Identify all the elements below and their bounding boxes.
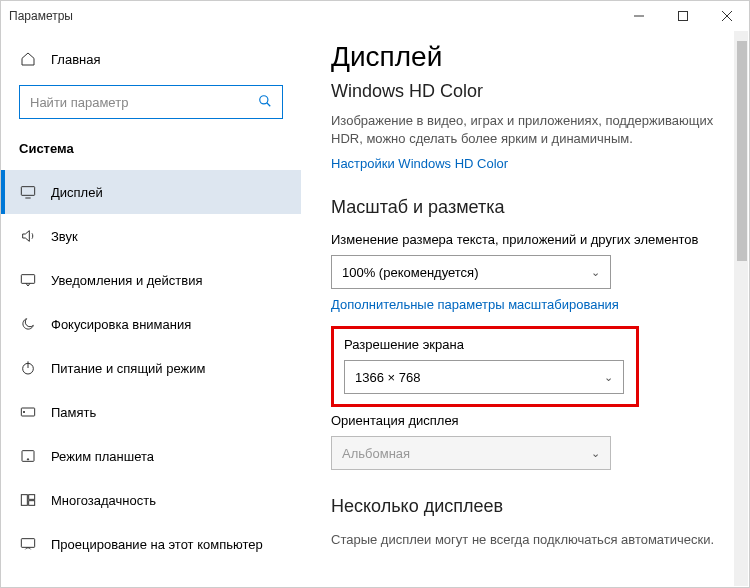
content-area: Дисплей Windows HD Color Изображение в в… xyxy=(301,31,749,587)
sidebar-item-storage[interactable]: Память xyxy=(1,390,301,434)
advanced-scale-link[interactable]: Дополнительные параметры масштабирования xyxy=(331,297,719,312)
minimize-button[interactable] xyxy=(617,1,661,31)
home-label: Главная xyxy=(51,52,100,67)
sidebar-item-sound[interactable]: Звук xyxy=(1,214,301,258)
sound-icon xyxy=(19,228,37,244)
sidebar-item-label: Режим планшета xyxy=(51,449,154,464)
titlebar: Параметры xyxy=(1,1,749,31)
sidebar-item-focus[interactable]: Фокусировка внимания xyxy=(1,302,301,346)
hd-color-desc: Изображение в видео, играх и приложениях… xyxy=(331,112,719,148)
notifications-icon xyxy=(19,273,37,287)
sidebar-item-label: Проецирование на этот компьютер xyxy=(51,537,263,552)
close-button[interactable] xyxy=(705,1,749,31)
sidebar: Главная Система Дисплей Звук xyxy=(1,31,301,587)
svg-rect-17 xyxy=(29,501,35,506)
focus-icon xyxy=(19,316,37,332)
sidebar-item-label: Память xyxy=(51,405,96,420)
chevron-down-icon: ⌄ xyxy=(604,371,613,384)
page-title: Дисплей xyxy=(331,41,719,73)
display-icon xyxy=(19,185,37,199)
home-icon xyxy=(19,51,37,67)
sidebar-item-label: Фокусировка внимания xyxy=(51,317,191,332)
sidebar-item-label: Многозадачность xyxy=(51,493,156,508)
home-nav[interactable]: Главная xyxy=(1,39,301,79)
sidebar-item-label: Звук xyxy=(51,229,78,244)
storage-icon xyxy=(19,406,37,418)
sidebar-item-notifications[interactable]: Уведомления и действия xyxy=(1,258,301,302)
tablet-icon xyxy=(19,449,37,463)
sidebar-item-label: Уведомления и действия xyxy=(51,273,203,288)
chevron-down-icon: ⌄ xyxy=(591,266,600,279)
search-input[interactable] xyxy=(30,95,258,110)
sidebar-item-label: Питание и спящий режим xyxy=(51,361,205,376)
sidebar-item-label: Дисплей xyxy=(51,185,103,200)
resolution-label: Разрешение экрана xyxy=(344,337,626,352)
sidebar-item-projecting[interactable]: Проецирование на этот компьютер xyxy=(1,522,301,566)
hd-color-heading: Windows HD Color xyxy=(331,81,719,102)
sidebar-item-display[interactable]: Дисплей xyxy=(1,170,301,214)
text-size-value: 100% (рекомендуется) xyxy=(342,265,478,280)
scale-heading: Масштаб и разметка xyxy=(331,197,719,218)
power-icon xyxy=(19,360,37,376)
window-title: Параметры xyxy=(9,9,617,23)
resolution-select[interactable]: 1366 × 768 ⌄ xyxy=(344,360,624,394)
scrollbar-thumb[interactable] xyxy=(737,41,747,261)
multi-display-desc: Старые дисплеи могут не всегда подключат… xyxy=(331,531,719,549)
svg-point-14 xyxy=(27,459,28,460)
svg-line-5 xyxy=(267,102,271,106)
sidebar-section-title: Система xyxy=(1,131,301,164)
svg-rect-16 xyxy=(29,495,35,500)
svg-rect-1 xyxy=(679,12,688,21)
sidebar-item-multitask[interactable]: Многозадачность xyxy=(1,478,301,522)
svg-point-12 xyxy=(23,411,24,412)
multi-display-heading: Несколько дисплеев xyxy=(331,496,719,517)
resolution-value: 1366 × 768 xyxy=(355,370,420,385)
resolution-highlight: Разрешение экрана 1366 × 768 ⌄ xyxy=(331,326,639,407)
orientation-label: Ориентация дисплея xyxy=(331,413,719,428)
svg-rect-8 xyxy=(21,275,34,284)
orientation-value: Альбомная xyxy=(342,446,410,461)
text-size-select[interactable]: 100% (рекомендуется) ⌄ xyxy=(331,255,611,289)
hd-color-link[interactable]: Настройки Windows HD Color xyxy=(331,156,719,171)
svg-rect-18 xyxy=(21,539,34,548)
sidebar-item-power[interactable]: Питание и спящий режим xyxy=(1,346,301,390)
search-box[interactable] xyxy=(19,85,283,119)
svg-rect-15 xyxy=(21,495,27,506)
maximize-button[interactable] xyxy=(661,1,705,31)
text-size-label: Изменение размера текста, приложений и д… xyxy=(331,232,719,247)
projecting-icon xyxy=(19,537,37,551)
svg-point-4 xyxy=(260,95,268,103)
orientation-select: Альбомная ⌄ xyxy=(331,436,611,470)
multitask-icon xyxy=(19,493,37,507)
sidebar-item-tablet[interactable]: Режим планшета xyxy=(1,434,301,478)
chevron-down-icon: ⌄ xyxy=(591,447,600,460)
svg-rect-6 xyxy=(21,187,34,196)
search-icon xyxy=(258,94,272,111)
